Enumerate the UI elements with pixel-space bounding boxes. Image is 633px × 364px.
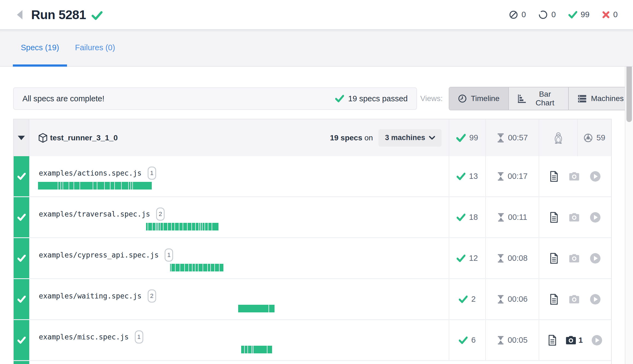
machine-number-badge: 1 <box>148 167 156 180</box>
screenshots-button[interactable] <box>569 295 580 304</box>
group-header-row: test_runner_3_1_0 19 specs on 3 machines… <box>14 119 611 156</box>
scrollbar-thumb[interactable] <box>626 63 632 122</box>
hourglass-icon <box>497 336 504 345</box>
spec-passed-count: 6 <box>471 336 476 345</box>
banner-message: All specs are complete! <box>22 94 104 103</box>
tab-specs-label: Specs (19) <box>21 43 59 52</box>
screenshots-button[interactable] <box>569 172 580 181</box>
no-entry-icon <box>509 10 518 19</box>
stdout-button[interactable] <box>550 294 558 305</box>
spec-duration: 00:17 <box>508 172 528 181</box>
spec-timeline[interactable] <box>38 182 152 190</box>
spec-name-cell: examples/misc.spec.js 1 <box>29 320 449 360</box>
spec-name[interactable]: examples/waiting.spec.js <box>39 292 142 300</box>
document-icon <box>548 335 557 346</box>
screenshot-count: 1 <box>579 336 583 345</box>
specs-table: test_runner_3_1_0 19 specs on 3 machines… <box>13 119 612 364</box>
spec-name[interactable]: examples/misc.spec.js <box>39 333 129 341</box>
collapse-group-button[interactable] <box>14 119 29 156</box>
back-button[interactable] <box>17 9 26 21</box>
machines-dropdown[interactable]: 3 machines <box>378 129 442 147</box>
check-icon <box>17 214 26 221</box>
document-icon <box>550 212 558 223</box>
camera-icon <box>569 254 580 263</box>
spec-timeline[interactable] <box>146 223 218 230</box>
tab-specs[interactable]: Specs (19) <box>13 29 67 66</box>
spec-timeline[interactable] <box>170 264 223 271</box>
video-button[interactable] <box>591 335 602 346</box>
view-bar-chart-button[interactable]: Bar Chart <box>509 87 569 110</box>
spec-name[interactable]: examples/traversal.spec.js <box>39 210 150 218</box>
tab-failures[interactable]: Failures (0) <box>67 29 123 66</box>
view-machines-label: Machines <box>591 94 624 103</box>
spec-name[interactable]: examples/actions.spec.js <box>39 169 142 177</box>
stat-pending-value: 0 <box>551 10 556 19</box>
group-name: test_runner_3_1_0 <box>50 134 118 142</box>
spec-row: examples/cypress_api.spec.js 1 12 00:08 <box>14 238 611 279</box>
check-icon <box>457 214 465 221</box>
check-icon <box>459 336 468 344</box>
x-icon <box>602 11 610 19</box>
spec-name-cell: examples/cypress_api.spec.js 1 <box>29 238 449 278</box>
status-banner: All specs are complete! 19 specs passed <box>13 87 417 110</box>
check-icon <box>568 11 577 19</box>
run-stats: 0 0 99 0 <box>509 10 618 19</box>
spec-name[interactable]: examples/cypress_api.spec.js <box>39 251 159 259</box>
video-button[interactable] <box>590 294 601 305</box>
check-icon <box>457 173 465 180</box>
camera-icon <box>565 336 576 345</box>
stat-passed-value: 99 <box>581 10 590 19</box>
camera-icon <box>569 295 580 304</box>
view-timeline-label: Timeline <box>471 94 500 103</box>
screenshots-button[interactable] <box>569 213 580 222</box>
stat-pending: 0 <box>538 10 556 19</box>
pending-circle-icon <box>538 10 548 19</box>
machine-number-badge: 2 <box>148 289 156 303</box>
stat-failed: 0 <box>602 10 618 19</box>
stdout-button[interactable] <box>550 171 558 182</box>
bar-chart-icon <box>518 94 526 103</box>
stat-skipped-value: 0 <box>521 10 526 19</box>
spec-name-cell: examples/waiting.spec.js 2 <box>29 279 449 319</box>
view-timeline-button[interactable]: Timeline <box>449 87 509 110</box>
screenshots-button[interactable] <box>569 254 580 263</box>
group-duration-cell: 00:57 <box>485 119 539 156</box>
stat-passed: 99 <box>568 10 590 19</box>
spec-timeline[interactable] <box>241 346 272 353</box>
spec-duration: 00:08 <box>508 254 528 263</box>
group-browser-cell: 59 <box>577 119 611 156</box>
cube-icon <box>39 133 47 143</box>
video-button[interactable] <box>590 171 601 182</box>
hourglass-icon <box>497 254 504 263</box>
hourglass-icon <box>497 172 504 181</box>
spec-passed-cell: 2 <box>449 279 485 319</box>
screenshots-button[interactable]: 1 <box>565 336 583 345</box>
document-icon <box>550 253 558 264</box>
machine-number-badge: 1 <box>135 330 143 344</box>
tab-bar: Specs (19) Failures (0) <box>0 29 633 67</box>
machine-number-badge: 1 <box>165 248 173 262</box>
play-icon <box>590 171 601 182</box>
spec-passed-cell: 12 <box>449 238 485 278</box>
spec-row: examples/actions.spec.js 1 13 00:17 <box>14 156 611 197</box>
hourglass-icon <box>497 295 504 304</box>
spec-status-strip <box>14 238 29 278</box>
spec-timeline[interactable] <box>238 305 275 312</box>
stat-failed-value: 0 <box>613 10 618 19</box>
check-icon <box>17 255 26 262</box>
caret-down-icon <box>18 136 25 140</box>
clock-icon <box>458 94 467 103</box>
stdout-button[interactable] <box>548 335 557 346</box>
tab-failures-label: Failures (0) <box>75 43 115 52</box>
view-machines-button[interactable]: Machines <box>569 87 632 110</box>
scrollbar-track[interactable] <box>625 29 633 364</box>
group-browser-version: 59 <box>596 133 605 142</box>
stdout-button[interactable] <box>550 212 558 223</box>
spec-row: examples/misc.spec.js 1 6 00:05 <box>14 320 611 361</box>
video-button[interactable] <box>590 253 601 264</box>
video-button[interactable] <box>590 212 601 223</box>
stat-skipped: 0 <box>509 10 526 19</box>
stdout-button[interactable] <box>550 253 558 264</box>
document-icon <box>550 171 558 182</box>
group-on-word: on <box>364 134 373 142</box>
